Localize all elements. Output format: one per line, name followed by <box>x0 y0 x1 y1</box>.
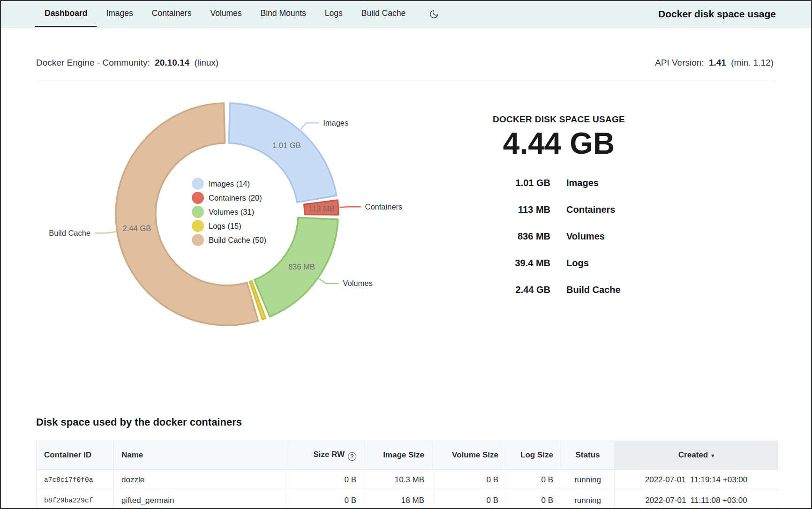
help-icon[interactable]: ? <box>348 452 356 461</box>
tab-build-cache[interactable]: Build Cache <box>352 1 415 27</box>
engine-version: 20.10.14 <box>155 58 189 67</box>
cell-container_id: b8f29ba229cf <box>37 490 114 509</box>
page-title: Docker disk space usage <box>658 8 776 20</box>
summary-row-images: 1.01 GBImages <box>470 178 648 187</box>
summary-value: 836 MB <box>470 232 550 241</box>
callout-label-build-cache: Build Cache <box>49 229 90 237</box>
table-body: a7c8c17f0f0adozzle0 B10.3 MB0 B0 Brunnin… <box>37 470 778 509</box>
legend-swatch <box>192 220 204 232</box>
callout-label-images: Images <box>323 119 348 127</box>
cell-volume_size: 0 B <box>432 470 506 490</box>
column-header-container_id[interactable]: Container ID <box>37 441 114 470</box>
legend-item-images[interactable]: Images (14) <box>192 178 250 190</box>
summary-label: Images <box>566 178 599 187</box>
column-header-created[interactable]: Created▾ <box>615 441 778 470</box>
tab-dashboard[interactable]: Dashboard <box>35 1 97 27</box>
cell-name: dozzle <box>114 470 288 490</box>
summary-row-logs: 39.4 MBLogs <box>470 258 648 268</box>
table-row: a7c8c17f0f0adozzle0 B10.3 MB0 B0 Brunnin… <box>37 470 778 490</box>
engine-version-info: Docker Engine - Community: 20.10.14 (lin… <box>36 58 221 68</box>
legend-label: Containers (20) <box>209 194 262 202</box>
cell-container_id: a7c8c17f0f0a <box>37 470 114 490</box>
callout-line-volumes <box>319 279 339 284</box>
api-label: API Version: <box>655 58 704 67</box>
column-label: Size RW <box>313 450 345 459</box>
column-header-volume_size[interactable]: Volume Size <box>432 441 506 470</box>
summary-rows: 1.01 GBImages113 MBContainers836 MBVolum… <box>470 178 648 294</box>
engine-label: Docker Engine - Community: <box>36 58 150 67</box>
legend-label: Volumes (31) <box>209 208 254 216</box>
callout-label-volumes: Volumes <box>343 279 372 287</box>
column-header-log_size[interactable]: Log Size <box>506 441 561 470</box>
column-header-status[interactable]: Status <box>561 441 615 470</box>
legend-item-volumes[interactable]: Volumes (31) <box>192 206 254 218</box>
app-window: DashboardImagesContainersVolumesBind Mou… <box>0 0 812 509</box>
column-label: Status <box>576 450 600 459</box>
callout-label-containers: Containers <box>365 202 403 211</box>
cell-image_size: 10.3 MB <box>364 470 432 490</box>
column-header-name[interactable]: Name <box>114 441 288 470</box>
tab-containers[interactable]: Containers <box>143 1 201 27</box>
legend-label: Logs (15) <box>209 222 241 230</box>
legend-swatch <box>192 206 204 218</box>
table-head: Container IDNameSize RW?Image SizeVolume… <box>37 441 778 470</box>
legend-item-build-cache[interactable]: Build Cache (50) <box>192 234 266 246</box>
legend-label: Images (14) <box>209 180 250 188</box>
callout-line-containers <box>340 207 361 207</box>
column-label: Created <box>678 450 708 459</box>
containers-table: Container IDNameSize RW?Image SizeVolume… <box>36 441 778 509</box>
summary-label: Build Cache <box>566 285 621 294</box>
sort-desc-icon: ▾ <box>711 452 714 459</box>
cell-name: gifted_germain <box>114 490 288 509</box>
tab-logs[interactable]: Logs <box>316 1 352 27</box>
cell-created: 2022-07-01 11:19:14 +03:00 <box>615 470 778 490</box>
callout-line-build-cache <box>95 232 116 233</box>
summary-value: 113 MB <box>470 205 550 214</box>
column-label: Image Size <box>383 450 424 459</box>
column-header-size_rw[interactable]: Size RW? <box>288 441 364 470</box>
legend-label: Build Cache (50) <box>209 236 266 244</box>
summary-value: 39.4 MB <box>470 258 550 268</box>
donut-chart: 1.01 GBImages113 MBContainers836 MBVolum… <box>36 92 474 341</box>
summary-label: Volumes <box>566 232 605 241</box>
api-version: 1.41 <box>709 58 726 67</box>
summary-title: DOCKER DISK SPACE USAGE <box>470 114 648 125</box>
top-navbar: DashboardImagesContainersVolumesBind Mou… <box>1 1 811 28</box>
segment-value-label: 113 MB <box>308 204 335 213</box>
tab-bind-mounts[interactable]: Bind Mounts <box>251 1 316 27</box>
containers-section-heading: Disk space used by the docker containers <box>36 416 242 428</box>
column-label: Name <box>121 450 143 459</box>
dark-mode-toggle[interactable] <box>426 1 442 27</box>
cell-status: running <box>561 470 615 490</box>
section-divider <box>36 81 776 81</box>
summary-row-build-cache: 2.44 GBBuild Cache <box>470 285 648 294</box>
engine-info-row: Docker Engine - Community: 20.10.14 (lin… <box>36 58 776 68</box>
cell-size_rw: 0 B <box>288 490 364 509</box>
summary-row-volumes: 836 MBVolumes <box>470 232 648 241</box>
segment-value-label: 2.44 GB <box>123 224 151 232</box>
api-min-version: (min. 1.12) <box>731 58 774 67</box>
summary-value: 2.44 GB <box>470 285 550 294</box>
disk-usage-summary: DOCKER DISK SPACE USAGE 4.44 GB 1.01 GBI… <box>470 114 648 312</box>
segment-value-label: 836 MB <box>288 262 315 271</box>
cell-image_size: 18 MB <box>364 490 432 509</box>
legend-swatch <box>192 234 204 246</box>
header-row: Container IDNameSize RW?Image SizeVolume… <box>37 441 778 470</box>
legend-item-logs[interactable]: Logs (15) <box>192 220 241 232</box>
cell-volume_size: 0 B <box>432 490 506 509</box>
column-label: Log Size <box>520 450 553 459</box>
summary-total: 4.44 GB <box>470 128 648 158</box>
tab-volumes[interactable]: Volumes <box>201 1 251 27</box>
legend-swatch <box>192 178 204 190</box>
segment-value-label: 1.01 GB <box>272 141 301 150</box>
moon-icon <box>429 9 439 19</box>
summary-row-containers: 113 MBContainers <box>470 205 648 214</box>
table-row: b8f29ba229cfgifted_germain0 B18 MB0 B0 B… <box>37 490 778 509</box>
legend-item-containers[interactable]: Containers (20) <box>192 192 262 204</box>
column-header-image_size[interactable]: Image Size <box>364 441 432 470</box>
tab-images[interactable]: Images <box>97 1 142 27</box>
cell-created: 2022-07-01 11:11:08 +03:00 <box>615 490 778 509</box>
api-version-info: API Version: 1.41 (min. 1.12) <box>655 58 776 68</box>
column-label: Container ID <box>44 450 91 459</box>
callout-line-images <box>301 123 319 129</box>
